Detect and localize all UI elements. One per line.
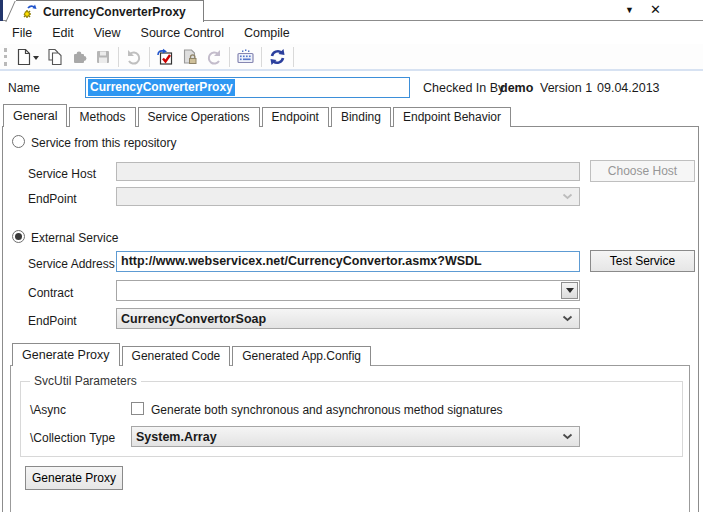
svcutil-parameters-title: SvcUtil Parameters — [30, 374, 141, 388]
toolbar-separator — [149, 47, 150, 67]
service-address-input[interactable]: http://www.webservicex.net/CurrencyConve… — [116, 251, 580, 272]
save-button[interactable] — [91, 46, 115, 68]
async-label: \Async — [30, 403, 66, 417]
toolbar-separator — [261, 47, 262, 67]
doc-tab-title: CurrencyConverterProxy — [43, 5, 186, 19]
endpoint-ext-value: CurrencyConvertorSoap — [121, 312, 266, 326]
service-host-value — [117, 165, 121, 179]
add-plugin-button[interactable] — [67, 46, 91, 68]
add-plugin-icon — [70, 48, 88, 66]
toolbar-separator — [118, 47, 119, 67]
external-service-radio[interactable] — [12, 230, 25, 243]
tab-general[interactable]: General — [3, 104, 67, 127]
menu-file[interactable]: File — [4, 23, 40, 43]
toolbar-separator — [229, 47, 230, 67]
sub-tab-strip: Generate Proxy Generated Code Generated … — [12, 342, 373, 366]
name-label: Name — [8, 81, 40, 95]
collection-type-value: System.Array — [136, 430, 217, 444]
collection-type-combobox[interactable]: System.Array — [131, 426, 580, 447]
toolbar-grip[interactable] — [4, 48, 7, 66]
tab-endpoint[interactable]: Endpoint — [262, 107, 329, 127]
repository-service-radio[interactable] — [12, 135, 25, 148]
refresh-button[interactable] — [265, 46, 290, 68]
tab-binding[interactable]: Binding — [331, 107, 391, 127]
service-address-value: http://www.webservicex.net/CurrencyConve… — [117, 254, 482, 268]
revert-icon — [205, 48, 223, 66]
close-icon[interactable]: ✕ — [650, 2, 661, 17]
test-service-button[interactable]: Test Service — [590, 250, 695, 272]
menu-edit[interactable]: Edit — [44, 23, 82, 43]
keyboard-icon — [236, 48, 255, 66]
endpoint-ext-label: EndPoint — [28, 314, 77, 328]
undo-checkout-button[interactable] — [178, 46, 202, 68]
tab-methods[interactable]: Methods — [69, 107, 135, 127]
tab-service-operations[interactable]: Service Operations — [138, 107, 260, 127]
async-checkbox[interactable] — [131, 402, 144, 415]
toolbar-separator — [293, 47, 294, 67]
date-label: 09.04.2013 — [597, 81, 660, 95]
menu-view[interactable]: View — [86, 23, 129, 43]
copy-icon — [46, 48, 64, 66]
chevron-down-icon — [562, 433, 573, 440]
sub-tab-generate-proxy[interactable]: Generate Proxy — [12, 343, 120, 366]
endpoint-ext-combobox[interactable]: CurrencyConvertorSoap — [116, 308, 580, 329]
version-label: Version 1 — [540, 81, 592, 95]
checked-in-by-value: demo — [500, 81, 533, 95]
new-document-button[interactable] — [12, 46, 43, 68]
proxy-document-icon — [22, 4, 38, 20]
service-host-input[interactable] — [116, 162, 580, 181]
menu-bar: File Edit View Source Control Compile — [0, 22, 703, 44]
name-input[interactable]: CurrencyConverterProxy — [85, 77, 410, 98]
keyboard-button[interactable] — [233, 46, 258, 68]
chevron-down-icon — [562, 315, 573, 322]
save-icon — [94, 48, 112, 66]
checked-in-by-label: Checked In By — [423, 81, 504, 95]
contract-dropdown-button[interactable] — [561, 282, 578, 299]
new-document-icon — [15, 48, 40, 66]
copy-button[interactable] — [43, 46, 67, 68]
name-input-selected-text: CurrencyConverterProxy — [88, 79, 235, 96]
toolbar — [0, 44, 703, 71]
window-list-dropdown-icon[interactable]: ▼ — [625, 5, 634, 15]
check-in-button[interactable] — [153, 46, 178, 68]
service-address-label: Service Address — [28, 257, 115, 271]
undo-checkout-icon — [181, 48, 199, 66]
sub-tab-generated-code[interactable]: Generated Code — [122, 346, 231, 366]
service-host-label: Service Host — [28, 167, 96, 181]
collection-type-label: \Collection Type — [30, 431, 115, 445]
doc-tab-currency-converter-proxy[interactable]: CurrencyConverterProxy — [16, 0, 204, 22]
chevron-down-icon — [562, 193, 573, 200]
refresh-icon — [268, 48, 287, 66]
main-tab-strip: General Methods Service Operations Endpo… — [3, 104, 513, 127]
async-checkbox-text: Generate both synchronous and asynchrono… — [151, 403, 503, 417]
sub-tab-generated-app-config[interactable]: Generated App.Config — [232, 346, 371, 366]
service-proxy-window: { "window": { "doc_tab_title": "Currency… — [0, 0, 703, 512]
endpoint-repo-combobox[interactable] — [116, 187, 580, 206]
endpoint-repo-label: EndPoint — [28, 192, 77, 206]
tab-endpoint-behavior[interactable]: Endpoint Behavior — [393, 107, 511, 127]
undo-icon — [125, 48, 143, 66]
undo-button[interactable] — [122, 46, 146, 68]
menu-compile[interactable]: Compile — [236, 23, 298, 43]
dropdown-arrow-icon — [566, 288, 574, 293]
external-service-radio-label: External Service — [31, 231, 118, 245]
revert-button[interactable] — [202, 46, 226, 68]
generate-proxy-button[interactable]: Generate Proxy — [25, 466, 123, 490]
choose-host-button[interactable]: Choose Host — [590, 160, 695, 182]
contract-label: Contract — [28, 286, 73, 300]
document-tab-strip: CurrencyConverterProxy ▼ ✕ — [0, 0, 703, 22]
check-in-icon — [156, 48, 175, 66]
window-edge — [0, 0, 3, 21]
contract-combobox[interactable] — [116, 280, 580, 301]
menu-source-control[interactable]: Source Control — [133, 23, 232, 43]
repository-service-radio-label: Service from this repository — [31, 136, 176, 150]
